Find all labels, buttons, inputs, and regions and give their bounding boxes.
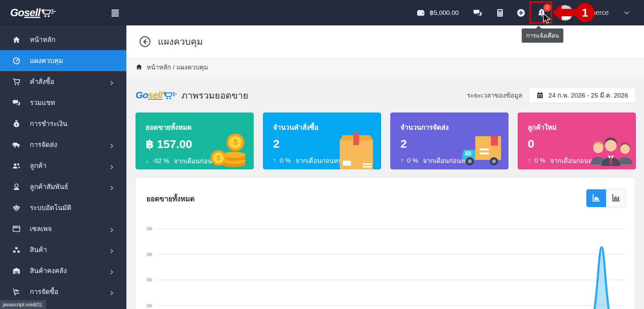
sales-chart-card: ยอดขายทั้งหมด 0K0K0K0K [136,178,635,309]
chats-button[interactable] [473,0,482,25]
sidebar-item-warehouse[interactable]: สินค้าคงคลัง [0,260,126,281]
trend-percent: 0 % [407,157,418,164]
cart-icon [12,78,21,86]
chats-icon [473,8,482,18]
sidebar-item-home[interactable]: หน้าหลัก [0,29,126,50]
svg-text:0K: 0K [147,252,153,257]
sidebar-item-label: ลูกค้าสัมพันธ์ [30,181,68,192]
app-logo[interactable]: Gosell [10,7,57,19]
balance-amount: ฿5,000.00 [430,9,459,17]
date-range-area: ระยะเวลาของข้อมูล 24 ก.พ. 2026 - 25 มี.ค… [467,87,636,103]
people-illustration [587,129,634,169]
logo-cart-icon [41,7,57,19]
sidebar-item-robot[interactable]: ระบบอัตโนมัติ [0,197,126,218]
sidebar-item-users[interactable]: ลูกค้า [0,155,126,176]
bar-chart-toggle-button[interactable] [606,189,626,207]
money-bag-icon: $ [12,120,21,128]
chevron-right-icon [109,226,114,231]
plus-circle-icon [516,8,526,18]
add-button[interactable] [516,0,526,25]
trend-arrow-icon: ↓ [146,157,149,165]
chevron-right-icon [109,79,114,84]
annotation-arrow-head [553,4,562,21]
stat-card-box: จำนวนคำสั่งซื้อ2↑0 %จากเดือนก่อนหน้า [263,112,381,169]
support-icon [12,183,21,191]
date-range-label: ระยะเวลาของข้อมูล [467,90,522,100]
page-header: แผงควบคุม [126,25,644,58]
chat-icon [12,99,21,107]
sidebar-item-browser[interactable]: เซลเพจ [0,218,126,239]
svg-text:0K: 0K [147,303,153,308]
chart-title: ยอดขายทั้งหมด [146,193,194,204]
trend-percent: 0 % [535,157,546,164]
chevron-right-icon [109,184,114,189]
stat-card-people: ลูกค้าใหม่0↑0 %จากเดือนก่อนหน้า [518,112,636,169]
annotation-step-number: 1 [576,3,595,22]
logo-text-go: Go [136,90,148,101]
users-icon [12,162,21,170]
stat-cards-row: ยอดขายทั้งหมด฿ 157.00↓-92 %จากเดือนก่อนห… [136,112,636,169]
wallet-balance[interactable]: ฿5,000.00 [416,0,459,25]
sidebar-item-label: การชำระเงิน [30,118,67,129]
box-illustration [332,129,379,169]
sidebar-item-label: ลูกค้า [30,160,46,171]
svg-text:0K: 0K [147,226,153,231]
sidebar-item-label: เซลเพจ [30,223,51,234]
chevron-right-icon [109,142,114,147]
chevron-right-icon [109,247,114,252]
sidebar-item-label: การจัดซื้อ [30,286,58,297]
home-icon[interactable] [136,63,143,70]
coins-illustration: $$ [205,129,252,169]
truck-icon [12,141,21,149]
overview-header: Gosell ภาพรวมยอดขาย ระยะเวลาของข้อมูล 24… [136,86,636,104]
logo-text-go: Go [10,7,24,19]
sidebar-item-purchase[interactable]: การจัดซื้อ [0,281,126,302]
breadcrumb: หน้าหลัก / แผงควบคุม [126,58,644,76]
logo-text-sell: sell [24,7,40,19]
logo-text-sell: sell [148,90,163,101]
sidebar-toggle-icon[interactable] [110,8,120,17]
sidebar-item-dashboard[interactable]: แผงควบคุม [0,50,126,71]
sidebar-item-support[interactable]: ลูกค้าสัมพันธ์ [0,176,126,197]
robot-icon [12,204,21,212]
calendar-icon [536,91,544,99]
sidebar: หน้าหลักแผงควบคุมคำสั่งซื้อรวมแชท$การชำร… [0,25,126,309]
sidebar-item-label: แผงควบคุม [30,55,63,66]
sidebar-item-cart[interactable]: คำสั่งซื้อ [0,71,126,92]
calculator-icon [495,8,505,18]
area-chart-toggle-button[interactable] [586,189,606,207]
mouse-cursor [542,13,551,25]
logo-cart-icon [163,90,178,101]
sidebar-item-boxes[interactable]: สินค้า [0,239,126,260]
profile-menu-button[interactable] [623,0,630,25]
sidebar-menu: หน้าหลักแผงควบคุมคำสั่งซื้อรวมแชท$การชำร… [0,25,126,302]
calculator-button[interactable] [495,0,505,25]
sidebar-item-truck[interactable]: การจัดส่ง [0,134,126,155]
sidebar-item-chat[interactable]: รวมแชท [0,92,126,113]
sidebar-item-label: หน้าหลัก [30,34,56,45]
trend-arrow-icon: ↑ [273,157,276,164]
truck-illustration [460,129,506,169]
svg-text:$: $ [16,123,17,126]
date-range-picker[interactable]: 24 ก.พ. 2026 - 25 มี.ค. 2026 [528,87,636,103]
chart-view-toggle-group [586,189,626,207]
overview-logo: Gosell [136,90,178,101]
navbar-left: Gosell [0,0,126,25]
trend-arrow-icon: ↑ [528,157,531,164]
purchase-icon [12,288,21,296]
main-content: แผงควบคุม หน้าหลัก / แผงควบคุม Gosell ภา… [126,25,644,309]
sales-area-chart: 0K0K0K0K [144,214,628,309]
boxes-icon [12,246,21,254]
breadcrumb-path: หน้าหลัก / แผงควบคุม [147,62,208,72]
sidebar-item-money-bag[interactable]: $การชำระเงิน [0,113,126,134]
status-bar-link-hint: javascript:void(0); [0,300,46,309]
trend-percent: 0 % [280,157,291,164]
back-button[interactable] [139,36,151,48]
bar-chart-icon [611,193,621,204]
overview-title: ภาพรวมยอดขาย [182,88,248,103]
svg-text:$: $ [233,138,238,147]
svg-text:0K: 0K [147,277,153,283]
trend-arrow-icon: ↑ [400,157,404,164]
sidebar-item-label: สินค้า [30,244,47,255]
chevron-down-icon [623,9,630,16]
